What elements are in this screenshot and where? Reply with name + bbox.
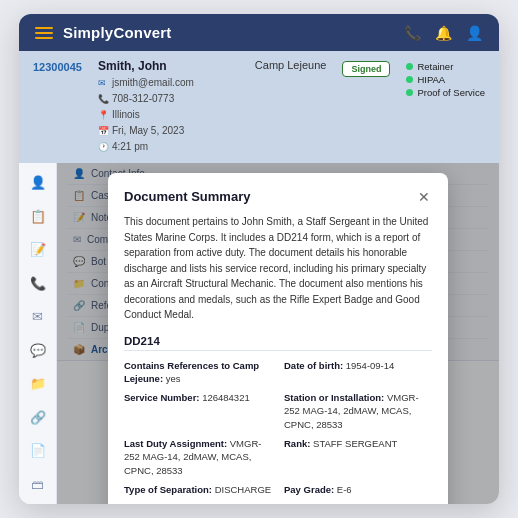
contact-info: Smith, John ✉ jsmith@email.com 📞 708-312… [98,59,239,155]
contact-date-row: 📅 Fri, May 5, 2023 [98,123,239,139]
status-col: Signed [342,59,390,77]
contact-bar: 12300045 Smith, John ✉ jsmith@email.com … [19,51,499,163]
app-window: SimplyConvert 📞 🔔 👤 12300045 Smith, John… [19,14,499,504]
modal-field-character: Character of Service: HONORABLE [124,502,272,504]
modal-field-dob: Date of birth: 1954-09-14 [284,359,432,386]
tags-col: Retainer HIPAA Proof of Service [406,59,485,98]
contact-state: Illinois [112,107,140,123]
modal-header: Document Summary ✕ [124,189,432,204]
sidebar-icon-contact[interactable]: 👤 [24,171,52,195]
tag-retainer: Retainer [406,61,485,72]
document-summary-modal: Document Summary ✕ This document pertain… [108,173,448,504]
modal-field-camp-lejeune: Contains References to Camp Lejeune: yes [124,359,272,386]
contact-state-row: 📍 Illinois [98,107,239,123]
contact-email-row: ✉ jsmith@email.com [98,75,239,91]
sidebar-icon-duplicates[interactable]: 📄 [24,439,52,463]
modal-field-last-duty: Last Duty Assignment: VMGR-252 MAG-14, 2… [124,437,272,477]
tag-hipaa: HIPAA [406,74,485,85]
sidebar-icon-chat[interactable]: 💬 [24,339,52,363]
tag-proof: Proof of Service [406,87,485,98]
modal-field-rank: Rank: STAFF SERGEANT [284,437,432,477]
contact-name: Smith, John [98,59,239,73]
sidebar-icon-comms[interactable]: 📞 [24,272,52,296]
modal-summary-text: This document pertains to John Smith, a … [124,214,432,323]
modal-field-station: Station or Installation: VMGR-252 MAG-14… [284,391,432,431]
modal-field-service-number: Service Number: 126484321 [124,391,272,431]
hamburger-menu[interactable] [35,27,53,39]
sidebar: 👤 📋 📝 📞 ✉ 💬 📁 🔗 📄 🗃 [19,163,57,504]
status-badge: Signed [342,61,390,77]
tag-dot-hipaa [406,76,413,83]
tag-dot-proof [406,89,413,96]
contact-phone-row: 📞 708-312-0773 [98,91,239,107]
sidebar-icon-case[interactable]: 📋 [24,205,52,229]
user-icon[interactable]: 👤 [466,25,483,41]
app-title: SimplyConvert [63,24,171,41]
modal-fields: Contains References to Camp Lejeune: yes… [124,359,432,505]
tag-dot-retainer [406,63,413,70]
sidebar-icon-email[interactable]: ✉ [24,305,52,329]
tag-label-proof: Proof of Service [417,87,485,98]
phone-small-icon: 📞 [98,92,108,106]
modal-close-x-button[interactable]: ✕ [416,190,432,204]
contact-time-row: 🕐 4:21 pm [98,139,239,155]
bell-icon[interactable]: 🔔 [435,25,452,41]
modal-title: Document Summary [124,189,250,204]
contact-location-col: Camp Lejeune [255,59,327,71]
contact-phone: 708-312-0773 [112,91,174,107]
contact-location: Camp Lejeune [255,59,327,71]
location-icon: 📍 [98,108,108,122]
contact-time: 4:21 pm [112,139,148,155]
modal-field-branch: Branch: UNITED STATES MARINE CORPS [284,502,432,504]
sidebar-icon-files[interactable]: 📁 [24,372,52,396]
modal-overlay: Document Summary ✕ This document pertain… [57,163,499,504]
contact-id[interactable]: 12300045 [33,59,82,73]
calendar-icon: 📅 [98,124,108,138]
header-left: SimplyConvert [35,24,171,41]
content-area: 👤 Contact Info 📋 Case Details 📝 Notes ✉ … [57,163,499,504]
email-icon: ✉ [98,76,108,90]
header-icons: 📞 🔔 👤 [404,25,483,41]
modal-section-title: DD214 [124,335,432,351]
main-body: 👤 📋 📝 📞 ✉ 💬 📁 🔗 📄 🗃 👤 Contact Info 📋 C [19,163,499,504]
clock-icon: 🕐 [98,140,108,154]
header: SimplyConvert 📞 🔔 👤 [19,14,499,51]
sidebar-icon-archive[interactable]: 🗃 [24,473,52,497]
modal-field-separation: Type of Separation: DISCHARGE [124,483,272,496]
modal-field-pay-grade: Pay Grade: E-6 [284,483,432,496]
contact-date: Fri, May 5, 2023 [112,123,184,139]
phone-icon[interactable]: 📞 [404,25,421,41]
tag-label-retainer: Retainer [417,61,453,72]
contact-email: jsmith@email.com [112,75,194,91]
tag-label-hipaa: HIPAA [417,74,445,85]
sidebar-icon-referrals[interactable]: 🔗 [24,406,52,430]
sidebar-icon-notes[interactable]: 📝 [24,238,52,262]
